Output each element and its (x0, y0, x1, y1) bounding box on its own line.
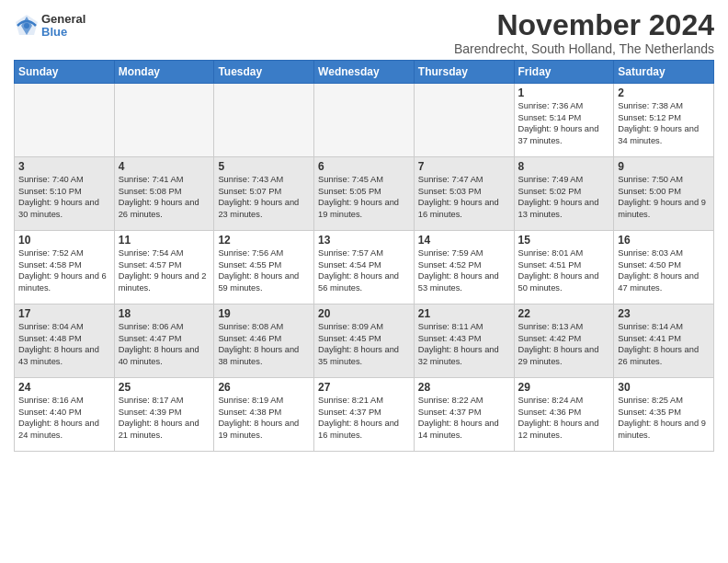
column-header-tuesday: Tuesday (214, 61, 314, 84)
week-row-3: 10Sunrise: 7:52 AMSunset: 4:58 PMDayligh… (15, 231, 714, 304)
day-info: Sunrise: 8:03 AMSunset: 4:50 PMDaylight:… (618, 247, 710, 293)
day-info: Sunrise: 7:50 AMSunset: 5:00 PMDaylight:… (618, 174, 710, 220)
calendar-cell: 9Sunrise: 7:50 AMSunset: 5:00 PMDaylight… (614, 157, 714, 231)
calendar-cell: 13Sunrise: 7:57 AMSunset: 4:54 PMDayligh… (314, 231, 415, 304)
day-info: Sunrise: 8:19 AMSunset: 4:38 PMDaylight:… (218, 395, 310, 441)
day-info: Sunrise: 7:56 AMSunset: 4:55 PMDaylight:… (218, 247, 310, 293)
day-number: 9 (618, 160, 710, 173)
calendar-cell (114, 84, 214, 157)
calendar-cell: 23Sunrise: 8:14 AMSunset: 4:41 PMDayligh… (614, 304, 714, 378)
header: General Blue November 2024 Barendrecht, … (14, 9, 714, 56)
day-number: 12 (218, 234, 310, 247)
calendar-cell: 16Sunrise: 8:03 AMSunset: 4:50 PMDayligh… (614, 231, 714, 304)
day-info: Sunrise: 7:43 AMSunset: 5:07 PMDaylight:… (218, 174, 310, 220)
calendar-cell: 1Sunrise: 7:36 AMSunset: 5:14 PMDaylight… (514, 84, 614, 157)
day-info: Sunrise: 7:36 AMSunset: 5:14 PMDaylight:… (518, 100, 610, 146)
week-row-4: 17Sunrise: 8:04 AMSunset: 4:48 PMDayligh… (15, 304, 714, 378)
day-info: Sunrise: 7:47 AMSunset: 5:03 PMDaylight:… (418, 174, 510, 220)
day-info: Sunrise: 8:24 AMSunset: 4:36 PMDaylight:… (518, 395, 610, 441)
calendar-cell: 20Sunrise: 8:09 AMSunset: 4:45 PMDayligh… (314, 304, 415, 378)
day-info: Sunrise: 7:57 AMSunset: 4:54 PMDaylight:… (318, 247, 410, 293)
calendar-cell: 24Sunrise: 8:16 AMSunset: 4:40 PMDayligh… (15, 378, 115, 452)
calendar-cell: 27Sunrise: 8:21 AMSunset: 4:37 PMDayligh… (314, 378, 415, 452)
logo-text: General Blue (41, 13, 85, 40)
day-number: 29 (518, 381, 610, 394)
calendar-cell: 15Sunrise: 8:01 AMSunset: 4:51 PMDayligh… (514, 231, 614, 304)
day-number: 3 (18, 160, 110, 173)
logo-icon (14, 13, 40, 39)
day-number: 10 (18, 234, 110, 247)
month-title: November 2024 (454, 9, 714, 41)
calendar-cell: 12Sunrise: 7:56 AMSunset: 4:55 PMDayligh… (214, 231, 314, 304)
day-number: 23 (618, 307, 710, 320)
day-info: Sunrise: 8:16 AMSunset: 4:40 PMDaylight:… (18, 395, 110, 441)
day-info: Sunrise: 8:06 AMSunset: 4:47 PMDaylight:… (119, 321, 210, 367)
day-number: 8 (518, 160, 610, 173)
calendar-table: SundayMondayTuesdayWednesdayThursdayFrid… (14, 60, 714, 452)
calendar-cell: 4Sunrise: 7:41 AMSunset: 5:08 PMDaylight… (114, 157, 214, 231)
day-number: 4 (119, 160, 210, 173)
day-number: 1 (518, 86, 610, 99)
day-number: 7 (418, 160, 510, 173)
day-info: Sunrise: 7:54 AMSunset: 4:57 PMDaylight:… (119, 247, 210, 293)
column-header-monday: Monday (114, 61, 214, 84)
calendar-cell: 6Sunrise: 7:45 AMSunset: 5:05 PMDaylight… (314, 157, 415, 231)
day-number: 11 (119, 234, 210, 247)
day-info: Sunrise: 8:22 AMSunset: 4:37 PMDaylight:… (418, 395, 510, 441)
calendar-cell: 8Sunrise: 7:49 AMSunset: 5:02 PMDaylight… (514, 157, 614, 231)
title-section: November 2024 Barendrecht, South Holland… (454, 9, 714, 56)
week-row-1: 1Sunrise: 7:36 AMSunset: 5:14 PMDaylight… (15, 84, 714, 157)
calendar-cell: 10Sunrise: 7:52 AMSunset: 4:58 PMDayligh… (15, 231, 115, 304)
day-number: 15 (518, 234, 610, 247)
day-info: Sunrise: 8:13 AMSunset: 4:42 PMDaylight:… (518, 321, 610, 367)
day-info: Sunrise: 8:08 AMSunset: 4:46 PMDaylight:… (218, 321, 310, 367)
week-row-5: 24Sunrise: 8:16 AMSunset: 4:40 PMDayligh… (15, 378, 714, 452)
calendar-cell (414, 84, 514, 157)
day-info: Sunrise: 8:04 AMSunset: 4:48 PMDaylight:… (18, 321, 110, 367)
calendar-cell: 21Sunrise: 8:11 AMSunset: 4:43 PMDayligh… (414, 304, 514, 378)
day-number: 27 (318, 381, 410, 394)
day-number: 20 (318, 307, 410, 320)
column-header-saturday: Saturday (614, 61, 714, 84)
calendar-cell: 5Sunrise: 7:43 AMSunset: 5:07 PMDaylight… (214, 157, 314, 231)
column-header-thursday: Thursday (414, 61, 514, 84)
calendar-cell (314, 84, 415, 157)
logo-general: General (41, 13, 85, 26)
day-number: 30 (618, 381, 710, 394)
day-info: Sunrise: 7:49 AMSunset: 5:02 PMDaylight:… (518, 174, 610, 220)
calendar-cell (214, 84, 314, 157)
svg-point-2 (24, 23, 29, 29)
day-info: Sunrise: 7:52 AMSunset: 4:58 PMDaylight:… (18, 247, 110, 293)
day-info: Sunrise: 8:25 AMSunset: 4:35 PMDaylight:… (618, 395, 710, 441)
day-info: Sunrise: 7:40 AMSunset: 5:10 PMDaylight:… (18, 174, 110, 220)
day-info: Sunrise: 8:11 AMSunset: 4:43 PMDaylight:… (418, 321, 510, 367)
calendar-cell: 26Sunrise: 8:19 AMSunset: 4:38 PMDayligh… (214, 378, 314, 452)
calendar-cell: 18Sunrise: 8:06 AMSunset: 4:47 PMDayligh… (114, 304, 214, 378)
logo-blue: Blue (41, 26, 85, 39)
week-row-2: 3Sunrise: 7:40 AMSunset: 5:10 PMDaylight… (15, 157, 714, 231)
location-subtitle: Barendrecht, South Holland, The Netherla… (454, 41, 714, 56)
day-info: Sunrise: 7:59 AMSunset: 4:52 PMDaylight:… (418, 247, 510, 293)
calendar-cell: 25Sunrise: 8:17 AMSunset: 4:39 PMDayligh… (114, 378, 214, 452)
calendar-cell: 17Sunrise: 8:04 AMSunset: 4:48 PMDayligh… (15, 304, 115, 378)
column-header-wednesday: Wednesday (314, 61, 415, 84)
day-info: Sunrise: 8:21 AMSunset: 4:37 PMDaylight:… (318, 395, 410, 441)
day-info: Sunrise: 8:09 AMSunset: 4:45 PMDaylight:… (318, 321, 410, 367)
day-number: 22 (518, 307, 610, 320)
calendar-cell: 14Sunrise: 7:59 AMSunset: 4:52 PMDayligh… (414, 231, 514, 304)
calendar-cell (15, 84, 115, 157)
day-number: 5 (218, 160, 310, 173)
day-number: 25 (119, 381, 210, 394)
day-number: 21 (418, 307, 510, 320)
day-number: 14 (418, 234, 510, 247)
day-number: 17 (18, 307, 110, 320)
day-info: Sunrise: 8:17 AMSunset: 4:39 PMDaylight:… (119, 395, 210, 441)
column-header-sunday: Sunday (15, 61, 115, 84)
calendar-cell: 28Sunrise: 8:22 AMSunset: 4:37 PMDayligh… (414, 378, 514, 452)
day-number: 6 (318, 160, 410, 173)
day-number: 24 (18, 381, 110, 394)
calendar-cell: 19Sunrise: 8:08 AMSunset: 4:46 PMDayligh… (214, 304, 314, 378)
logo: General Blue (14, 13, 85, 40)
calendar-cell: 2Sunrise: 7:38 AMSunset: 5:12 PMDaylight… (614, 84, 714, 157)
day-info: Sunrise: 7:38 AMSunset: 5:12 PMDaylight:… (618, 100, 710, 146)
